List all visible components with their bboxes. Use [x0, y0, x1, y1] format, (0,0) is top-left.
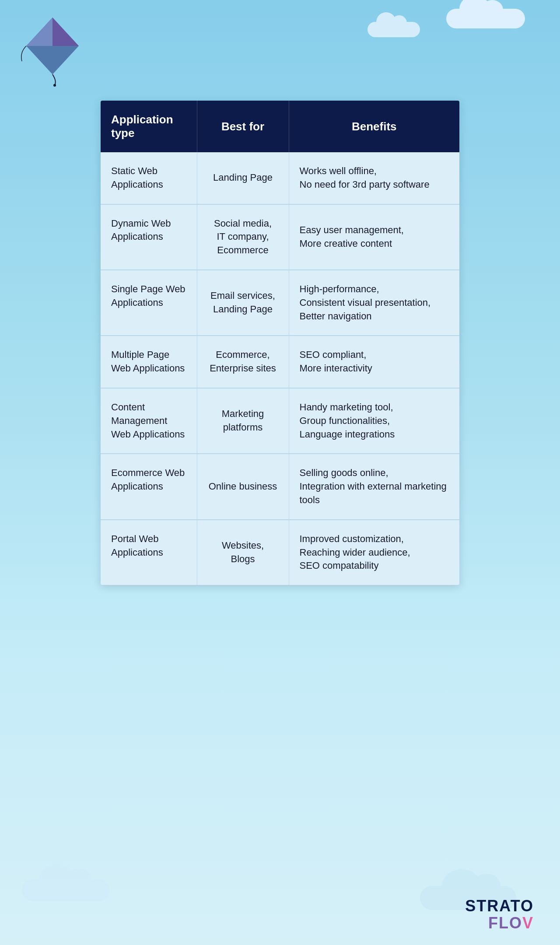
table-row: Multiple Page Web ApplicationsEcommerce,… [101, 336, 459, 388]
kite-illustration [18, 13, 88, 83]
cell-best-for-0: Landing Page [197, 152, 289, 204]
logo-strato-text: STRATO [465, 897, 534, 915]
svg-point-3 [53, 84, 56, 87]
col-header-application-type: Application type [101, 101, 197, 152]
cell-benefits-6: Improved customization, Reaching wider a… [289, 520, 459, 585]
table-row: Ecommerce Web ApplicationsOnline busines… [101, 454, 459, 519]
table-row: Single Page Web ApplicationsEmail servic… [101, 270, 459, 336]
cell-best-for-4: Marketing platforms [197, 388, 289, 454]
cell-type-2: Single Page Web Applications [101, 270, 197, 336]
cell-type-5: Ecommerce Web Applications [101, 454, 197, 519]
table-header-row: Application type Best for Benefits [101, 101, 459, 152]
logo-flow-text: FLOV [465, 914, 534, 932]
cloud-decoration-2 [368, 22, 420, 37]
cell-best-for-2: Email services, Landing Page [197, 270, 289, 336]
cell-best-for-5: Online business [197, 454, 289, 519]
table-row: Portal Web ApplicationsWebsites, BlogsIm… [101, 520, 459, 585]
cell-type-1: Dynamic Web Applications [101, 204, 197, 270]
cell-best-for-6: Websites, Blogs [197, 520, 289, 585]
cell-benefits-1: Easy user management, More creative cont… [289, 204, 459, 270]
cell-best-for-1: Social media, IT company, Ecommerce [197, 204, 289, 270]
cell-benefits-4: Handy marketing tool, Group functionalit… [289, 388, 459, 454]
cell-benefits-0: Works well offline, No need for 3rd part… [289, 152, 459, 204]
cell-type-6: Portal Web Applications [101, 520, 197, 585]
cell-type-0: Static Web Applications [101, 152, 197, 204]
svg-marker-2 [26, 18, 52, 46]
cloud-decoration-1 [446, 9, 525, 28]
cell-type-4: Content Management Web Applications [101, 388, 197, 454]
cell-benefits-5: Selling goods online, Integration with e… [289, 454, 459, 519]
col-header-benefits: Benefits [289, 101, 459, 152]
cloud-decoration-3 [22, 879, 109, 901]
cell-type-3: Multiple Page Web Applications [101, 336, 197, 388]
brand-logo: STRATO FLOV [465, 897, 534, 932]
cell-benefits-3: SEO compliant, More interactivity [289, 336, 459, 388]
cell-benefits-2: High-performance, Consistent visual pres… [289, 270, 459, 336]
svg-marker-1 [52, 18, 79, 46]
table-row: Static Web ApplicationsLanding PageWorks… [101, 152, 459, 204]
col-header-best-for: Best for [197, 101, 289, 152]
table-row: Dynamic Web ApplicationsSocial media, IT… [101, 204, 459, 270]
cell-best-for-3: Ecommerce, Enterprise sites [197, 336, 289, 388]
table-row: Content Management Web ApplicationsMarke… [101, 388, 459, 454]
comparison-table: Application type Best for Benefits Stati… [101, 101, 459, 585]
